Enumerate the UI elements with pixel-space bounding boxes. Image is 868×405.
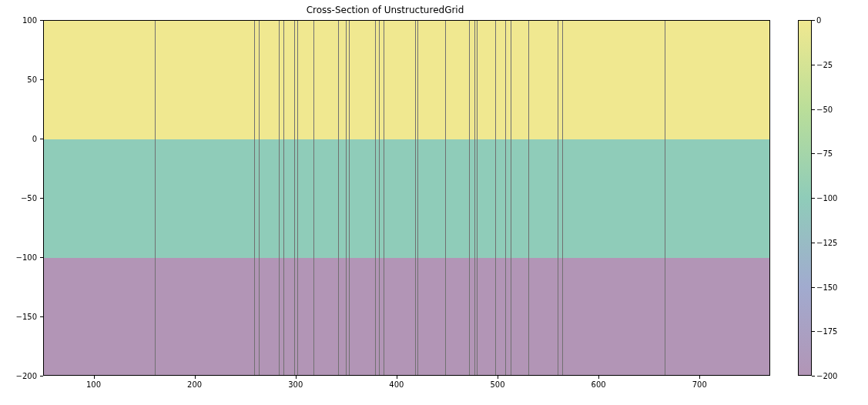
x-tick xyxy=(94,376,95,379)
color-band xyxy=(44,258,769,376)
color-band xyxy=(44,139,769,258)
colorbar-tick-label: −75 xyxy=(816,149,853,158)
grid-vline xyxy=(495,21,496,375)
x-tick xyxy=(598,376,599,379)
y-tick xyxy=(40,79,43,80)
grid-vline xyxy=(469,21,470,375)
grid-vline xyxy=(511,21,511,375)
y-tick xyxy=(40,257,43,258)
y-tick-label: 0 xyxy=(0,135,37,143)
x-tick xyxy=(296,376,297,379)
grid-vline xyxy=(445,21,446,375)
colorbar-tick-label: 0 xyxy=(816,16,853,25)
grid-vline xyxy=(562,21,563,375)
grid-vline xyxy=(379,21,380,375)
x-tick-label: 300 xyxy=(280,380,311,389)
y-tick xyxy=(40,376,43,377)
grid-vline xyxy=(665,21,665,375)
colorbar-tick xyxy=(812,153,815,154)
grid-vline xyxy=(338,21,339,375)
colorbar-tick-label: −175 xyxy=(816,327,853,336)
grid-vline xyxy=(294,21,295,375)
colorbar-tick-label: −100 xyxy=(816,194,853,202)
colorbar-tick xyxy=(812,109,815,110)
x-tick-label: 400 xyxy=(381,380,412,389)
grid-vline xyxy=(558,21,558,375)
x-tick xyxy=(498,376,498,379)
x-tick-label: 200 xyxy=(179,380,210,389)
y-tick-label: 100 xyxy=(0,16,37,25)
colorbar-tick-label: −200 xyxy=(816,372,853,380)
grid-vline xyxy=(417,21,418,375)
grid-vline xyxy=(474,21,475,375)
y-tick xyxy=(40,316,43,317)
grid-vline xyxy=(279,21,280,375)
x-tick-label: 700 xyxy=(684,380,715,389)
chart-title: Cross-Section of UnstructuredGrid xyxy=(0,5,770,15)
colorbar-tick xyxy=(812,331,815,332)
grid-vline xyxy=(375,21,376,375)
plot-area xyxy=(43,20,770,376)
colorbar-tick xyxy=(812,376,815,377)
y-tick-label: 50 xyxy=(0,75,37,84)
x-tick-label: 500 xyxy=(482,380,513,389)
y-tick xyxy=(40,139,43,139)
y-tick-label: −200 xyxy=(0,372,37,380)
colorbar-tick xyxy=(812,243,815,243)
y-tick-label: −100 xyxy=(0,253,37,262)
grid-vline xyxy=(313,21,314,375)
x-tick-label: 600 xyxy=(583,380,614,389)
x-tick xyxy=(699,376,700,379)
colorbar-tick xyxy=(812,65,815,65)
y-tick xyxy=(40,20,43,21)
grid-vline xyxy=(155,21,156,375)
grid-vline xyxy=(384,21,384,375)
x-tick-label: 100 xyxy=(79,380,109,389)
colorbar-tick-label: −25 xyxy=(816,60,853,69)
figure: Cross-Section of UnstructuredGrid 100200… xyxy=(0,0,868,405)
grid-vline xyxy=(283,21,284,375)
colorbar-tick xyxy=(812,20,815,21)
y-tick-label: −150 xyxy=(0,313,37,321)
x-tick xyxy=(195,376,196,379)
colorbar xyxy=(798,20,812,376)
colorbar-tick xyxy=(812,287,815,288)
grid-vline xyxy=(346,21,347,375)
grid-vline xyxy=(528,21,529,375)
grid-vline xyxy=(477,21,478,375)
grid-vline xyxy=(259,21,260,375)
x-tick xyxy=(397,376,397,379)
colorbar-tick xyxy=(812,198,815,199)
grid-vline xyxy=(349,21,350,375)
colorbar-tick-label: −150 xyxy=(816,283,853,291)
grid-vline xyxy=(415,21,416,375)
y-tick xyxy=(40,198,43,199)
colorbar-tick-label: −125 xyxy=(816,238,853,246)
y-tick-label: −50 xyxy=(0,194,37,202)
grid-vline xyxy=(505,21,506,375)
grid-vline xyxy=(254,21,255,375)
color-band xyxy=(44,21,769,139)
colorbar-tick-label: −50 xyxy=(816,105,853,113)
grid-vline xyxy=(297,21,298,375)
